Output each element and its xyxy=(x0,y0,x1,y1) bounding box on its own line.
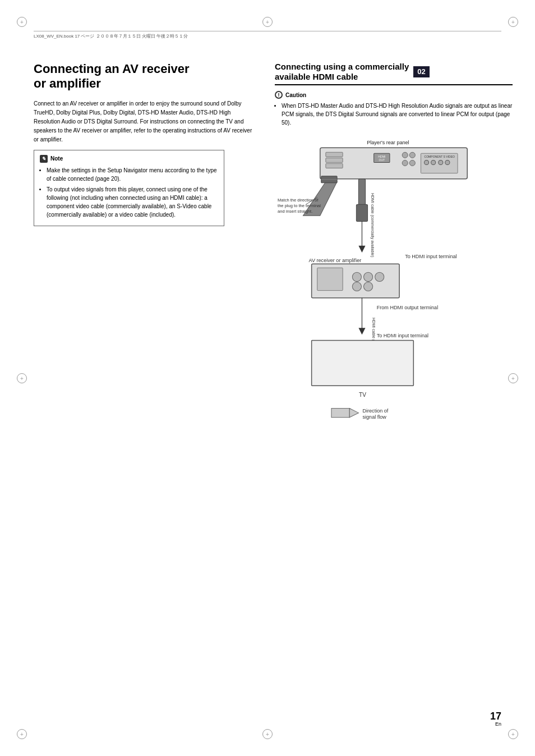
arrow-head-2 xyxy=(358,328,365,335)
caution-item-1: When DTS-HD Master Audio and DTS-HD High… xyxy=(282,102,513,127)
header-file-info: LX08_WV_EN.book 17 ページ ２００８年７月１５日 火曜日 午後… xyxy=(34,33,188,39)
note-box: ✎ Note Make the settings in the Setup Na… xyxy=(34,150,224,226)
from-hdmi-output-label: From HDMI output terminal xyxy=(377,305,438,310)
hdmi-out-label2: OUT xyxy=(379,158,385,162)
right-column: Connecting using a commercially availabl… xyxy=(275,62,513,467)
corner-mark-br xyxy=(508,729,518,739)
component-out-port-2 xyxy=(445,160,450,164)
av-port-5 xyxy=(363,282,372,291)
note-item-1: Make the settings in the Setup Navigator… xyxy=(47,166,218,183)
panel-port-1 xyxy=(326,152,343,157)
component-port-4 xyxy=(409,160,415,166)
to-hdmi-input-label: To HDMI input terminal xyxy=(405,254,456,259)
corner-mark-tl xyxy=(17,17,27,27)
note-list: Make the settings in the Setup Navigator… xyxy=(40,166,218,219)
hdmi-cable-vert xyxy=(358,179,365,207)
header-bar: LX08_WV_EN.book 17 ページ ２００８年７月１５日 火曜日 午後… xyxy=(34,31,501,39)
tv-label: TV xyxy=(359,392,366,398)
main-title: Connecting an AV receiver or amplifier xyxy=(34,62,258,91)
to-hdmi-input2-label: To HDMI input terminal xyxy=(377,333,428,338)
page-number-lang: En xyxy=(495,721,501,727)
signal-flow-label-1: Direction of xyxy=(362,408,388,414)
diagram-area: Player's rear panel HDMI OUT COMPONENT xyxy=(275,134,513,467)
signal-flow-arrow xyxy=(349,409,358,418)
svideo-port xyxy=(425,160,429,164)
tv-box xyxy=(312,340,414,386)
match-direction-label2: the plug to the terminal xyxy=(278,203,321,208)
match-direction-label3: and insert straight. xyxy=(278,209,312,214)
corner-mark-tr xyxy=(508,17,518,27)
caution-list: When DTS-HD Master Audio and DTS-HD High… xyxy=(275,102,513,127)
component-port-2 xyxy=(409,152,415,158)
hdmi-cable-plug xyxy=(356,204,367,221)
caution-title: ! Caution xyxy=(275,91,513,99)
left-column: Connecting an AV receiver or amplifier C… xyxy=(34,62,258,226)
note-item-2: To output video signals from this player… xyxy=(47,185,218,219)
component-out-port xyxy=(439,160,443,164)
page-number: 17 xyxy=(490,711,501,722)
body-text: Connect to an AV receiver or amplifier i… xyxy=(34,99,258,144)
av-port-4 xyxy=(352,282,361,291)
signal-flow-box xyxy=(331,409,349,418)
arrow-head-1 xyxy=(358,246,365,253)
connection-diagram: Player's rear panel HDMI OUT COMPONENT xyxy=(275,136,513,465)
corner-mark-bl xyxy=(17,729,27,739)
av-receiver-inner xyxy=(317,268,343,290)
av-port-3 xyxy=(375,272,384,281)
corner-mark-bm xyxy=(262,729,273,739)
corner-mark-tm xyxy=(262,17,273,27)
av-port-1 xyxy=(352,272,361,281)
section-badge: 02 xyxy=(413,66,429,77)
corner-mark-lm xyxy=(17,373,27,383)
svideo-port-2 xyxy=(431,160,436,164)
av-receiver-label: AV receiver or amplifier xyxy=(309,258,362,263)
hdmi-cable-label: HDMI cable (commercially available) xyxy=(370,193,375,257)
section-title: Connecting using a commercially availabl… xyxy=(275,62,513,85)
av-port-2 xyxy=(363,272,372,281)
component-port-1 xyxy=(402,152,408,158)
note-title: ✎ Note xyxy=(40,155,218,163)
component-port-3 xyxy=(402,160,408,166)
panel-port-3 xyxy=(326,163,343,168)
page: LX08_WV_EN.book 17 ページ ２００８年７月１５日 火曜日 午後… xyxy=(0,0,535,756)
caution-box: ! Caution When DTS-HD Master Audio and D… xyxy=(275,91,513,127)
match-direction-label: Match the direction of xyxy=(278,198,319,203)
component-label: COMPONENT S VIDEO xyxy=(425,155,455,158)
caution-icon: ! xyxy=(275,91,283,99)
player-rear-label: Player's rear panel xyxy=(367,140,409,145)
note-icon: ✎ xyxy=(40,155,48,163)
signal-flow-label-2: signal flow xyxy=(362,414,386,420)
panel-port-2 xyxy=(326,158,343,162)
